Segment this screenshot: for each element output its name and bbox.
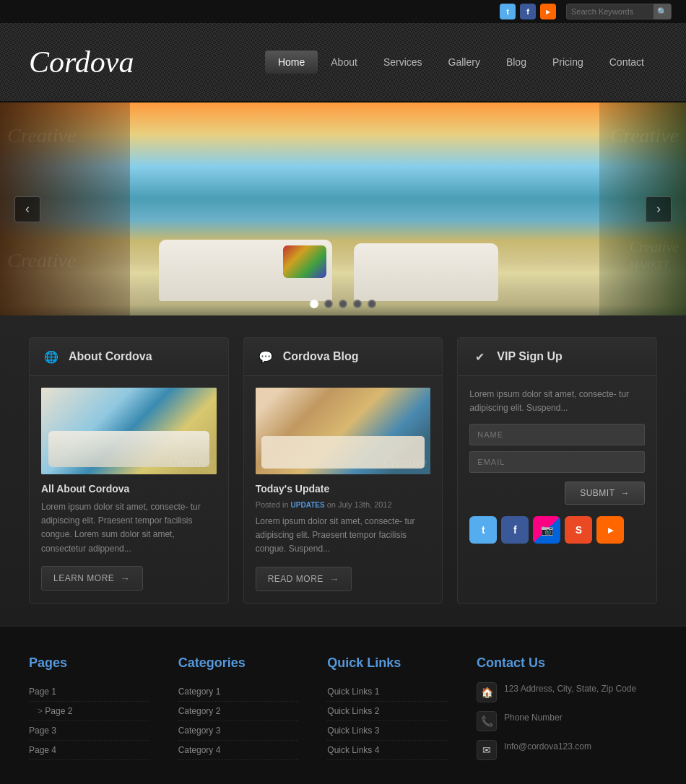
nav-contact[interactable]: Contact [596, 51, 657, 74]
contact-email-item: ✉ Info@cordova123.com [477, 740, 657, 760]
name-input[interactable] [469, 424, 645, 445]
dot-5[interactable] [368, 300, 376, 308]
footer-cat-2[interactable]: Category 2 [178, 702, 299, 721]
content-grid: 🌐 About Cordova Creative All About Cordo… [29, 337, 657, 604]
footer-quicklinks-col: Quick Links Quick Links 1 Quick Links 2 … [327, 655, 448, 769]
pages-col-title: Pages [29, 655, 149, 671]
vip-stumbleupon-button[interactable]: S [565, 516, 592, 544]
blog-text: Lorem ipsum dolor sit amet, consecte- tu… [256, 515, 431, 557]
watermark-br: CreativeMARKET [630, 239, 679, 272]
facebook-icon[interactable]: f [520, 4, 536, 19]
vip-twitter-button[interactable]: t [469, 516, 497, 544]
blog-meta-prefix: Posted in [256, 500, 289, 509]
about-card-title: About Cordova [69, 350, 152, 363]
search-box: 🔍 [566, 4, 672, 19]
header: Cordova Home About Services Gallery Blog… [0, 23, 686, 103]
contact-address-item: 🏠 123 Address, City, State, Zip Code [477, 682, 657, 702]
card-watermark: Creative [168, 456, 212, 471]
footer-ql-4[interactable]: Quick Links 4 [327, 741, 448, 760]
globe-icon: 🌐 [41, 347, 61, 367]
nav-blog[interactable]: Blog [493, 51, 539, 74]
vip-card-header: ✔ VIP Sign Up [458, 338, 656, 376]
submit-arrow-icon: → [620, 488, 630, 498]
dot-2[interactable] [324, 300, 333, 308]
contact-address: 123 Address, City, State, Zip Code [504, 682, 636, 695]
contact-phone: Phone Number [504, 711, 563, 724]
vip-facebook-button[interactable]: f [501, 516, 529, 544]
chat-icon: 💬 [256, 347, 276, 367]
read-more-button[interactable]: READ MORE → [256, 567, 352, 591]
about-subtitle: All About Cordova [41, 483, 217, 495]
checkmark-icon: ✔ [469, 347, 490, 367]
vip-rss-button[interactable]: ▸ [596, 516, 624, 544]
blog-card-watermark: Creative [383, 456, 427, 471]
top-bar: t f ▸ 🔍 [0, 0, 686, 23]
about-card: 🌐 About Cordova Creative All About Cordo… [29, 337, 229, 604]
footer-page-3[interactable]: Page 3 [29, 721, 149, 741]
arrow-icon: → [120, 572, 131, 584]
email-input[interactable] [469, 451, 645, 473]
dot-3[interactable] [339, 300, 347, 308]
learn-more-button[interactable]: LEARN MORE → [41, 566, 143, 591]
home-icon: 🏠 [477, 682, 497, 702]
contact-email: Info@cordova123.com [504, 740, 591, 753]
content-section: 🌐 About Cordova Creative All About Cordo… [0, 315, 686, 625]
about-card-header: 🌐 About Cordova [30, 338, 228, 376]
watermark-tl: Creative [7, 124, 76, 147]
search-input[interactable] [567, 7, 654, 16]
footer-grid: Pages Page 1 Page 2 Page 3 Page 4 Catego… [29, 655, 657, 784]
slider-prev-button[interactable]: ‹ [14, 196, 40, 222]
footer-page-4[interactable]: Page 4 [29, 741, 149, 760]
categories-col-title: Categories [178, 655, 299, 671]
blog-card: 💬 Cordova Blog Creative Today's Update P… [243, 337, 443, 604]
footer-ql-2[interactable]: Quick Links 2 [327, 702, 448, 721]
dot-4[interactable] [353, 300, 362, 308]
nav-home[interactable]: Home [265, 51, 318, 74]
contact-phone-item: 📞 Phone Number [477, 711, 657, 731]
footer-page-1[interactable]: Page 1 [29, 682, 149, 702]
footer-categories-col: Categories Category 1 Category 2 Categor… [178, 655, 299, 769]
footer-pages-col: Pages Page 1 Page 2 Page 3 Page 4 [29, 655, 149, 769]
blog-card-header: 💬 Cordova Blog [244, 338, 443, 376]
main-nav: Home About Services Gallery Blog Pricing… [265, 51, 657, 74]
rss-icon[interactable]: ▸ [540, 4, 556, 19]
dot-1[interactable] [310, 300, 318, 308]
search-button[interactable]: 🔍 [654, 4, 671, 19]
twitter-icon[interactable]: t [500, 4, 516, 19]
footer: Pages Page 1 Page 2 Page 3 Page 4 Catego… [0, 625, 686, 784]
vip-card-title: VIP Sign Up [497, 350, 562, 363]
footer-cat-1[interactable]: Category 1 [178, 682, 299, 702]
blog-card-body: Creative Today's Update Posted in UPDATE… [244, 376, 443, 603]
footer-cat-4[interactable]: Category 4 [178, 741, 299, 760]
about-text: Lorem ipsum dolor sit amet, consecte- tu… [41, 500, 217, 556]
vip-card-body: Lorem ipsum dolor sit amet, consecte- tu… [458, 376, 656, 555]
nav-services[interactable]: Services [370, 51, 435, 74]
about-card-image: Creative [41, 388, 217, 474]
nav-gallery[interactable]: Gallery [435, 51, 493, 74]
nav-pricing[interactable]: Pricing [539, 51, 596, 74]
nav-about[interactable]: About [318, 51, 370, 74]
watermark-tr: Creative [610, 124, 679, 147]
learn-more-label: LEARN MORE [53, 573, 114, 583]
read-more-label: READ MORE [268, 574, 324, 584]
vip-description: Lorem ipsum dolor sit amet, consecte- tu… [469, 388, 645, 415]
slider-dots [310, 300, 376, 308]
blog-card-title: Cordova Blog [283, 350, 359, 363]
submit-button[interactable]: SUBMIT → [565, 482, 645, 505]
slider-next-button[interactable]: › [646, 196, 672, 222]
submit-row: SUBMIT → [469, 482, 645, 505]
site-logo: Cordova [29, 45, 265, 79]
social-icons-row: t f 📷 S ▸ [469, 516, 645, 544]
footer-ql-3[interactable]: Quick Links 3 [327, 721, 448, 741]
vip-flickr-button[interactable]: 📷 [533, 516, 560, 544]
footer-page-2[interactable]: Page 2 [29, 702, 149, 721]
phone-icon: 📞 [477, 711, 497, 731]
footer-cat-3[interactable]: Category 3 [178, 721, 299, 741]
hero-slider: Creative Creative Creative CreativeMARKE… [0, 103, 686, 315]
blog-meta-suffix: on July 13th, 2012 [327, 500, 392, 509]
blog-tag: UPDATES [291, 501, 325, 509]
blog-post-title: Today's Update [256, 483, 431, 495]
watermark-bl: Creative [7, 249, 76, 272]
footer-ql-1[interactable]: Quick Links 1 [327, 682, 448, 702]
submit-label: SUBMIT [580, 488, 615, 498]
